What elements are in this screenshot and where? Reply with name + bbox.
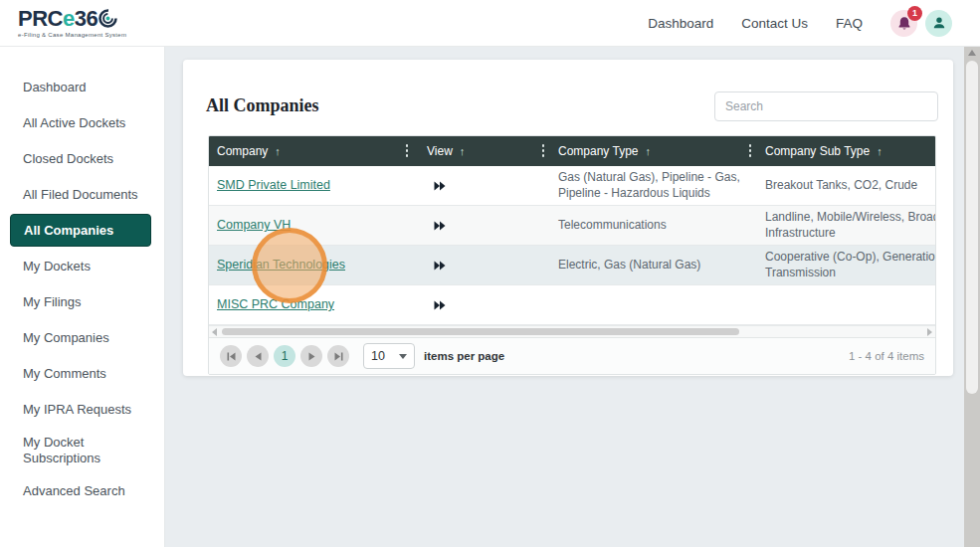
sort-asc-icon: ↑: [460, 145, 466, 157]
topnav-links: DashboardContact UsFAQ: [648, 16, 890, 31]
company-type-cell: Gas (Natural Gas), Pipeline - Gas, Pipel…: [550, 166, 757, 205]
company-link-company-vh[interactable]: Company VH: [217, 217, 291, 233]
column-header-company-sub-type[interactable]: Company Sub Type↑: [757, 136, 936, 166]
first-page-icon: [227, 352, 236, 361]
notifications-button[interactable]: 1: [890, 10, 917, 37]
pager: 1 10 items per page 1 - 4 of 4 items: [209, 337, 935, 374]
chevron-down-icon: [399, 354, 407, 359]
company-sub-type-cell: Cooperative (Co-Op), Generation & Transm…: [757, 246, 936, 284]
view-icon[interactable]: [434, 181, 446, 191]
view-icon[interactable]: [434, 221, 446, 231]
items-per-page-label: items per page: [424, 350, 504, 362]
company-sub-type-cell: Landline, Mobile/Wireless, Broadband Inf…: [757, 206, 936, 245]
pager-range-label: 1 - 4 of 4 items: [849, 350, 924, 362]
table-row: SMD Private LimitedGas (Natural Gas), Pi…: [209, 166, 936, 206]
column-menu-icon[interactable]: [542, 144, 545, 159]
prev-page-button[interactable]: [247, 345, 269, 367]
search-input[interactable]: [714, 91, 938, 121]
column-header-company[interactable]: Company↑: [209, 136, 414, 166]
sidebar-item-my-docket-subscriptions[interactable]: My Docket Subscriptions: [10, 429, 151, 471]
sort-asc-icon: ↑: [275, 145, 281, 157]
sidebar-item-my-dockets[interactable]: My Dockets: [10, 250, 151, 282]
company-link-speridian-technologies[interactable]: Speridian Technologies: [217, 257, 345, 273]
company-type-cell: [550, 285, 757, 324]
sort-asc-icon: ↑: [646, 145, 652, 157]
sidebar-items: DashboardAll Active DocketsClosed Docket…: [0, 71, 164, 507]
sidebar-item-advanced-search[interactable]: Advanced Search: [10, 474, 151, 507]
column-header-view[interactable]: View↑: [414, 136, 550, 166]
vertical-scrollbar[interactable]: [964, 47, 980, 547]
horizontal-scrollbar-thumb[interactable]: [222, 328, 739, 335]
nav-link-dashboard[interactable]: Dashboard: [648, 16, 713, 31]
person-icon: [932, 16, 946, 30]
company-sub-type-cell: [757, 285, 936, 324]
column-menu-icon[interactable]: [406, 144, 409, 159]
user-avatar[interactable]: [925, 10, 952, 37]
sidebar-item-closed-dockets[interactable]: Closed Dockets: [10, 142, 151, 175]
prev-page-icon: [255, 352, 262, 361]
nav-link-faq[interactable]: FAQ: [836, 16, 863, 31]
last-page-icon: [334, 352, 343, 361]
vertical-scrollbar-thumb[interactable]: [966, 61, 978, 394]
notification-badge: 1: [907, 6, 922, 21]
view-icon[interactable]: [434, 261, 446, 271]
view-icon[interactable]: [434, 300, 446, 310]
first-page-button[interactable]: [220, 345, 242, 367]
brand-name: PRCe36: [18, 8, 98, 30]
next-page-icon: [308, 352, 315, 361]
horizontal-scrollbar[interactable]: [209, 325, 935, 337]
brand-tagline: e-Filing & Case Management System: [18, 32, 126, 38]
company-type-cell: Telecommunications: [550, 206, 757, 245]
sidebar-item-dashboard[interactable]: Dashboard: [10, 71, 151, 103]
sidebar-item-my-companies[interactable]: My Companies: [10, 321, 151, 354]
companies-grid: Company↑ View↑ Company Type↑ Company Sub…: [208, 135, 936, 375]
sidebar-item-all-filed-documents[interactable]: All Filed Documents: [10, 178, 151, 211]
table-row: MISC PRC Company: [209, 285, 936, 325]
brand-logo: PRCe36 e-Filing & Case Management System: [18, 8, 126, 38]
company-type-cell: Electric, Gas (Natural Gas): [550, 246, 757, 284]
grid-header: Company↑ View↑ Company Type↑ Company Sub…: [209, 136, 936, 166]
sidebar: DashboardAll Active DocketsClosed Docket…: [0, 47, 165, 547]
sidebar-item-all-companies[interactable]: All Companies: [10, 214, 151, 247]
sidebar-item-my-filings[interactable]: My Filings: [10, 285, 151, 318]
company-link-misc-prc-company[interactable]: MISC PRC Company: [217, 296, 334, 312]
next-page-button[interactable]: [300, 345, 322, 367]
page-size-select[interactable]: 10: [363, 343, 415, 369]
column-header-company-type[interactable]: Company Type↑: [550, 136, 757, 166]
sidebar-item-all-active-dockets[interactable]: All Active Dockets: [10, 106, 151, 139]
page-1-button[interactable]: 1: [274, 345, 295, 367]
all-companies-card: All Companies Company↑ View↑ Company Typ…: [183, 60, 953, 376]
top-bar: PRCe36 e-Filing & Case Management System…: [0, 0, 980, 47]
scroll-right-icon[interactable]: [927, 328, 932, 336]
company-link-smd-private-limited[interactable]: SMD Private Limited: [217, 177, 330, 193]
last-page-button[interactable]: [327, 345, 349, 367]
scroll-left-icon[interactable]: [212, 328, 217, 336]
brand-target-icon: [98, 9, 117, 28]
company-sub-type-cell: Breakout Tanks, CO2, Crude: [757, 166, 936, 205]
sidebar-item-my-comments[interactable]: My Comments: [10, 357, 151, 390]
table-body: SMD Private LimitedGas (Natural Gas), Pi…: [209, 166, 935, 325]
sort-asc-icon: ↑: [877, 145, 882, 157]
sidebar-item-my-ipra-requests[interactable]: My IPRA Requests: [10, 393, 151, 426]
page-title: All Companies: [206, 95, 319, 116]
table-row: Company VHTelecommunicationsLandline, Mo…: [209, 206, 936, 246]
table-row: Speridian TechnologiesElectric, Gas (Nat…: [209, 246, 936, 285]
scroll-up-icon[interactable]: [968, 50, 976, 56]
column-menu-icon[interactable]: [749, 144, 752, 159]
nav-link-contact-us[interactable]: Contact Us: [741, 16, 808, 31]
